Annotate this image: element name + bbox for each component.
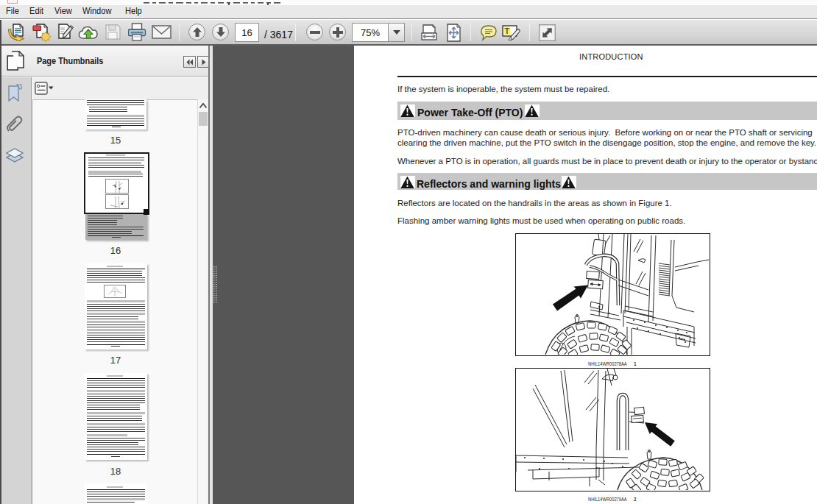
svg-text:T: T — [504, 26, 509, 35]
